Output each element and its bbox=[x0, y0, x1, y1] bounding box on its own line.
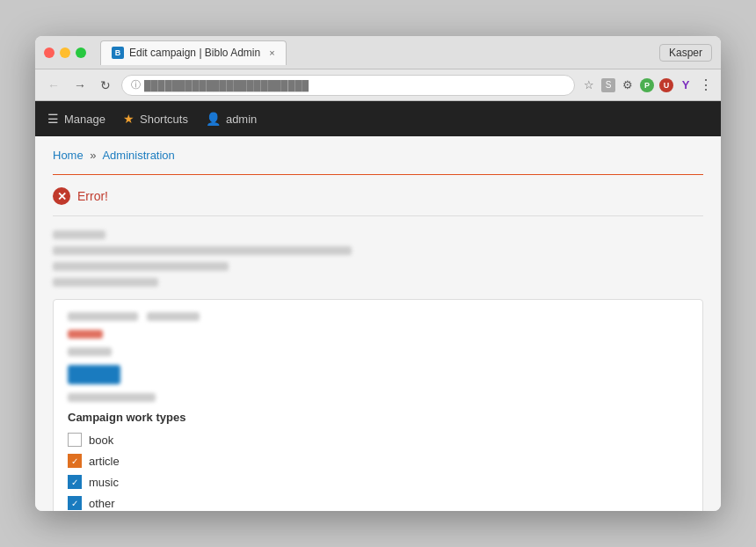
checkbox-article[interactable]: article bbox=[68, 454, 688, 468]
minimize-button[interactable] bbox=[60, 47, 70, 58]
checkbox-music-label: music bbox=[89, 476, 119, 489]
address-bar: ← → ↻ ⓘ ████████████████████████ ☆ S ⚙ P… bbox=[35, 69, 721, 101]
checkbox-other-box[interactable] bbox=[68, 496, 82, 510]
form-card: Campaign work types book article music o… bbox=[53, 299, 703, 511]
blurred-card-row-3 bbox=[68, 347, 688, 356]
title-bar: B Edit campaign | Biblo Admin × Kasper bbox=[35, 36, 721, 69]
lock-icon: ⓘ bbox=[131, 78, 141, 91]
blurred-card-row-4 bbox=[68, 365, 688, 384]
blurred-input-1 bbox=[53, 246, 352, 255]
breadcrumb: Home » Administration bbox=[53, 149, 703, 162]
puzzle-icon[interactable]: P bbox=[640, 78, 654, 92]
breadcrumb-separator: » bbox=[90, 149, 96, 162]
forward-button[interactable]: → bbox=[70, 77, 90, 94]
menu-icon[interactable]: ⋮ bbox=[698, 78, 712, 92]
shortcuts-nav-item[interactable]: ★ Shortcuts bbox=[123, 112, 188, 126]
blurred-card-row-1 bbox=[68, 312, 688, 321]
ublock-icon[interactable]: U bbox=[659, 78, 673, 92]
bottom-divider bbox=[53, 215, 703, 216]
traffic-lights bbox=[44, 47, 86, 58]
kasper-button[interactable]: Kasper bbox=[659, 44, 712, 62]
y-extension-icon[interactable]: Y bbox=[679, 78, 693, 92]
checkbox-music[interactable]: music bbox=[68, 475, 688, 489]
top-divider bbox=[53, 174, 703, 175]
maximize-button[interactable] bbox=[76, 47, 86, 58]
breadcrumb-current: Administration bbox=[102, 149, 174, 162]
error-text: Error! bbox=[77, 189, 108, 203]
blurred-label-2 bbox=[53, 262, 229, 271]
checkbox-article-box[interactable] bbox=[68, 454, 82, 468]
breadcrumb-home[interactable]: Home bbox=[53, 149, 84, 162]
page-content: Home » Administration ✕ Error! bbox=[35, 136, 721, 511]
admin-label: admin bbox=[226, 113, 257, 126]
browser-window: B Edit campaign | Biblo Admin × Kasper ←… bbox=[35, 36, 721, 511]
checkbox-book-label: book bbox=[89, 434, 113, 447]
blurred-red-badge bbox=[68, 330, 103, 339]
bookmark-icon[interactable]: ☆ bbox=[582, 78, 596, 92]
checkbox-other-label: other bbox=[89, 497, 115, 510]
reload-button[interactable]: ↻ bbox=[97, 77, 114, 94]
shortcuts-label: Shortcuts bbox=[140, 113, 188, 126]
app-navbar: ☰ Manage ★ Shortcuts 👤 admin bbox=[35, 101, 721, 136]
tab-bar: B Edit campaign | Biblo Admin × bbox=[100, 40, 659, 65]
checkbox-other[interactable]: other bbox=[68, 496, 688, 510]
close-button[interactable] bbox=[44, 47, 55, 58]
user-icon: 👤 bbox=[206, 112, 221, 126]
blurred-field-3 bbox=[68, 393, 156, 402]
back-button[interactable]: ← bbox=[44, 77, 63, 94]
blurred-card-row-2 bbox=[68, 330, 688, 339]
tab-favicon: B bbox=[112, 47, 124, 59]
blurred-label-3 bbox=[53, 278, 158, 287]
blurred-button bbox=[68, 365, 120, 384]
address-icons: ☆ S ⚙ P U Y ⋮ bbox=[582, 78, 712, 92]
manage-label: Manage bbox=[64, 113, 105, 126]
blurred-gray-field bbox=[68, 347, 112, 356]
work-types-label: Campaign work types bbox=[68, 411, 688, 424]
checkbox-article-label: article bbox=[89, 455, 120, 468]
error-message: ✕ Error! bbox=[53, 187, 703, 205]
error-icon: ✕ bbox=[53, 187, 70, 205]
tab-title: Edit campaign | Biblo Admin bbox=[129, 47, 260, 59]
checkbox-music-box[interactable] bbox=[68, 475, 82, 489]
form-area bbox=[53, 230, 703, 287]
url-bar[interactable]: ⓘ ████████████████████████ bbox=[121, 75, 575, 96]
checkbox-book-box[interactable] bbox=[68, 433, 82, 447]
blurred-field-1 bbox=[68, 312, 138, 321]
blurred-label-1 bbox=[53, 230, 105, 239]
admin-nav-item[interactable]: 👤 admin bbox=[206, 112, 257, 126]
url-text: ████████████████████████ bbox=[144, 80, 309, 91]
blurred-field-2 bbox=[147, 312, 200, 321]
manage-nav-item[interactable]: ☰ Manage bbox=[47, 112, 105, 126]
star-icon: ★ bbox=[123, 112, 134, 126]
active-tab[interactable]: B Edit campaign | Biblo Admin × bbox=[100, 40, 287, 65]
hamburger-icon: ☰ bbox=[47, 112, 59, 126]
blurred-card-row-5 bbox=[68, 393, 688, 402]
extensions-icon[interactable]: ⚙ bbox=[621, 78, 635, 92]
checkbox-book[interactable]: book bbox=[68, 433, 688, 447]
tab-close-icon[interactable]: × bbox=[269, 47, 274, 58]
shield-icon[interactable]: S bbox=[601, 78, 615, 92]
